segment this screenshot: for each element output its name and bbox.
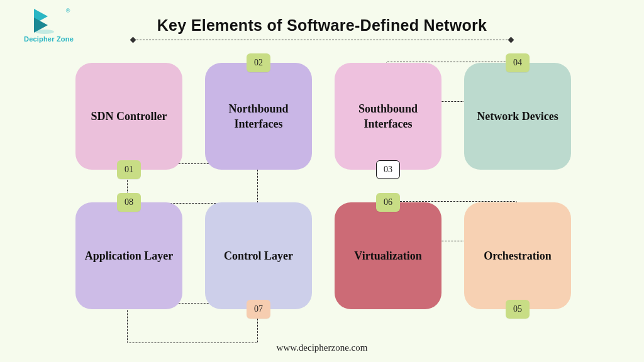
- element-card: Control Layer07: [205, 202, 312, 309]
- element-number-badge: 03: [376, 160, 400, 179]
- title-block: Key Elements of Software-Defined Network: [0, 16, 644, 40]
- element-number-badge: 07: [247, 300, 270, 319]
- element-label: Application Layer: [85, 248, 174, 263]
- element-number-badge: 04: [506, 53, 530, 72]
- element-label: Network Devices: [477, 109, 558, 124]
- element-card: Orchestration05: [464, 202, 571, 309]
- element-label: SDN Controller: [91, 109, 167, 124]
- element-label: Orchestration: [484, 248, 552, 263]
- element-label: Virtualization: [354, 248, 421, 263]
- element-card: Northbound Interfaces02: [205, 63, 312, 170]
- element-card: Virtualization06: [335, 202, 441, 309]
- element-card: Network Devices04: [464, 63, 571, 170]
- element-number-badge: 02: [247, 53, 270, 72]
- element-number-badge: 08: [117, 193, 141, 212]
- elements-grid: SDN Controller01Northbound Interfaces02S…: [75, 63, 572, 309]
- element-card: Application Layer08: [75, 202, 182, 309]
- footer-url: www.decipherzone.com: [0, 343, 644, 353]
- element-number-badge: 06: [376, 193, 400, 212]
- element-card: SDN Controller01: [75, 63, 182, 170]
- page-title: Key Elements of Software-Defined Network: [157, 16, 487, 35]
- element-number-badge: 01: [117, 160, 141, 179]
- element-label: Southbound Interfaces: [341, 101, 435, 132]
- element-label: Northbound Interfaces: [211, 101, 306, 132]
- element-number-badge: 05: [506, 300, 530, 319]
- registered-icon: ®: [66, 8, 70, 14]
- title-divider: [133, 40, 511, 40]
- element-label: Control Layer: [224, 248, 293, 263]
- element-card: Southbound Interfaces03: [335, 63, 441, 170]
